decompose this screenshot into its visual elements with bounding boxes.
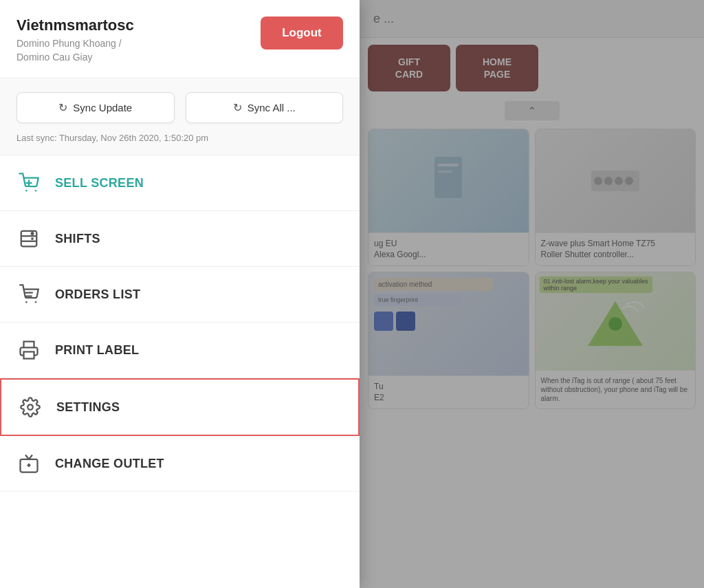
sidebar-item-change-outlet[interactable]: CHANGE OUTLET bbox=[0, 436, 360, 492]
svg-rect-14 bbox=[21, 231, 37, 247]
shifts-icon bbox=[16, 226, 41, 251]
sync-update-icon: ↻ bbox=[58, 101, 67, 114]
sidebar-item-sell-screen[interactable]: SELL SCREEN bbox=[0, 155, 360, 211]
svg-point-11 bbox=[35, 190, 37, 192]
user-location: Domino Phung Khoang / Domino Cau Giay bbox=[16, 37, 134, 64]
sync-all-label: Sync All ... bbox=[248, 102, 296, 113]
print-label-label: PRINT LABEL bbox=[55, 343, 139, 358]
svg-point-10 bbox=[25, 190, 28, 192]
svg-point-24 bbox=[28, 404, 33, 410]
sidebar-item-shifts[interactable]: SHIFTS bbox=[0, 211, 360, 267]
print-icon bbox=[16, 338, 41, 362]
svg-point-18 bbox=[31, 237, 34, 240]
sidebar-header: Vietnmsmartosc Domino Phung Khoang / Dom… bbox=[0, 0, 360, 78]
cart-plus-icon bbox=[16, 171, 41, 195]
sidebar-menu: SELL SCREEN SHIFTS bbox=[0, 155, 360, 588]
svg-point-19 bbox=[25, 301, 28, 303]
settings-icon bbox=[18, 395, 43, 420]
last-sync-text: Last sync: Thursday, Nov 26th 2020, 1:50… bbox=[16, 133, 208, 143]
logout-button[interactable]: Logout bbox=[261, 17, 343, 50]
svg-point-20 bbox=[35, 301, 37, 303]
sync-section: ↻ Sync Update ↻ Sync All ... Last sync: … bbox=[0, 78, 360, 155]
orders-icon bbox=[16, 282, 41, 307]
outlet-icon bbox=[16, 451, 41, 476]
settings-label: SETTINGS bbox=[56, 400, 120, 415]
sync-all-button[interactable]: ↻ Sync All ... bbox=[186, 92, 344, 123]
user-info: Vietnmsmartosc Domino Phung Khoang / Dom… bbox=[16, 17, 134, 64]
shifts-label: SHIFTS bbox=[55, 232, 100, 246]
sync-update-label: Sync Update bbox=[73, 102, 132, 113]
background-dim-overlay bbox=[360, 0, 704, 588]
change-outlet-label: CHANGE OUTLET bbox=[55, 457, 164, 471]
sync-buttons-row: ↻ Sync Update ↻ Sync All ... bbox=[16, 92, 343, 123]
orders-list-label: ORDERS LIST bbox=[55, 287, 140, 302]
sync-all-icon: ↻ bbox=[233, 101, 242, 114]
sidebar-drawer: Vietnmsmartosc Domino Phung Khoang / Dom… bbox=[0, 0, 360, 588]
sidebar-item-settings[interactable]: SETTINGS bbox=[0, 378, 360, 436]
username: Vietnmsmartosc bbox=[16, 17, 134, 34]
background-pos-screen: e ... GIFTCARD HOMEPAGE ⌃ ug EUAlexa Goo… bbox=[360, 0, 704, 588]
sidebar-item-print-label[interactable]: PRINT LABEL bbox=[0, 323, 360, 378]
sidebar-item-orders-list[interactable]: ORDERS LIST bbox=[0, 267, 360, 323]
sell-screen-label: SELL SCREEN bbox=[55, 176, 144, 190]
sync-update-button[interactable]: ↻ Sync Update bbox=[16, 92, 175, 123]
svg-rect-23 bbox=[24, 352, 34, 359]
svg-point-17 bbox=[31, 232, 34, 235]
